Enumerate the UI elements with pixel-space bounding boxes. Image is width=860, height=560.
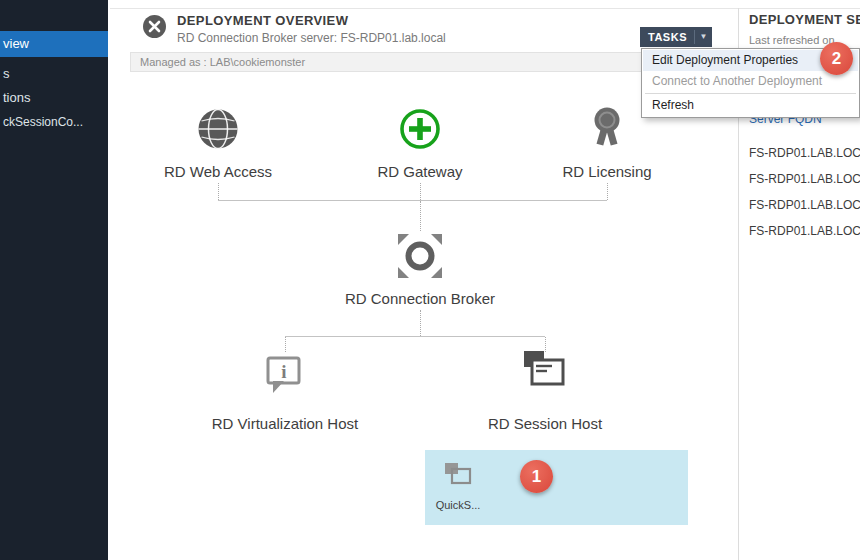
server-row[interactable]: FS-RDP01.LAB.LOCAL (749, 218, 860, 244)
server-row[interactable]: FS-RDP01.LAB.LOCAL (749, 140, 860, 166)
connector-stub (218, 183, 219, 200)
servers-panel-title: DEPLOYMENT SE (749, 12, 860, 27)
node-label-rd-web-access: RD Web Access (108, 163, 328, 180)
node-label-rd-session-host: RD Session Host (435, 415, 655, 432)
tasks-button[interactable]: TASKS ▼ (640, 27, 712, 47)
page-subtitle: RD Connection Broker server: FS-RDP01.la… (177, 31, 446, 45)
menu-item-refresh[interactable]: Refresh (643, 95, 858, 116)
collection-label: QuickS... (427, 499, 489, 511)
menu-item-connect-to-another-deployment: Connect to Another Deployment (643, 71, 858, 92)
annotation-badge-1: 1 (520, 460, 553, 493)
connector-stub (607, 183, 608, 200)
add-gateway-plus-icon[interactable] (397, 106, 443, 156)
collection-tile[interactable]: QuickS... (425, 450, 688, 525)
tasks-button-label: TASKS (640, 27, 694, 47)
connector-stub (285, 337, 286, 352)
connector-stub (420, 201, 421, 231)
sidebar-item-servers[interactable]: s (0, 62, 108, 86)
license-ribbon-icon[interactable] (586, 104, 628, 156)
annotation-badge-2: 2 (820, 42, 853, 75)
connector-stub (420, 183, 421, 200)
info-bubble-icon[interactable]: i (261, 351, 307, 401)
server-row[interactable]: FS-RDP01.LAB.LOCAL (749, 192, 860, 218)
connector-stub (420, 310, 421, 336)
connector-line-top (218, 200, 607, 201)
collection-windows-icon (443, 461, 473, 491)
menu-separator (645, 93, 856, 94)
sidebar-item-overview[interactable]: view (0, 31, 108, 57)
connector-line-bottom (285, 336, 545, 337)
connection-broker-icon[interactable] (394, 230, 446, 286)
server-row[interactable]: FS-RDP01.LAB.LOCAL (749, 166, 860, 192)
sidebar-nav: view s tions ckSessionCo... (0, 0, 108, 560)
node-label-rd-connection-broker: RD Connection Broker (310, 290, 530, 307)
svg-text:i: i (281, 361, 286, 382)
node-label-rd-virtualization-host: RD Virtualization Host (175, 415, 395, 432)
chevron-down-icon: ▼ (695, 27, 712, 47)
globe-icon[interactable] (195, 106, 241, 156)
sidebar-item-quicksessioncollection[interactable]: ckSessionCo... (0, 110, 108, 134)
node-label-rd-licensing: RD Licensing (497, 163, 717, 180)
page-title: DEPLOYMENT OVERVIEW (177, 13, 348, 28)
deployment-overview-icon (141, 13, 168, 40)
session-host-server-icon[interactable] (519, 349, 569, 397)
tile-top-border (110, 8, 860, 9)
servers-list: FS-RDP01.LAB.LOCAL FS-RDP01.LAB.LOCAL FS… (749, 140, 860, 244)
sidebar-item-collections[interactable]: tions (0, 86, 108, 110)
